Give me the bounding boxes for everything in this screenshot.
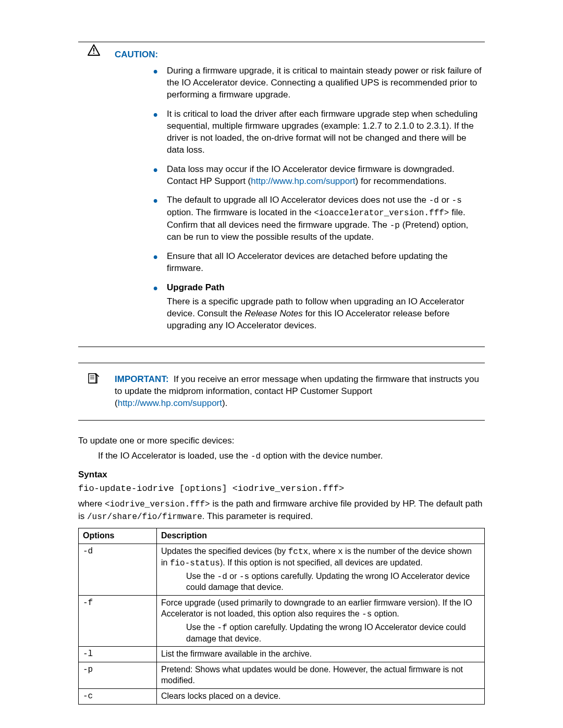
col-options: Options <box>79 528 157 544</box>
option-cell: -f <box>79 596 157 647</box>
text: ). If this option is not specified, all … <box>220 558 423 567</box>
table-row: -p Pretend: Shows what updates would be … <box>79 662 485 689</box>
table-row: -l List the firmware available in the ar… <box>79 647 485 662</box>
code-inline: <iodrive_version.fff> <box>105 500 210 509</box>
caution-label: CAUTION: <box>115 50 158 59</box>
caution-item-text: ) for recommendations. <box>356 176 447 186</box>
caution-admonition: CAUTION: During a firmware upgrade, it i… <box>78 42 485 347</box>
svg-rect-2 <box>93 53 94 54</box>
code-inline: fio-status <box>170 559 220 568</box>
syntax-command: fio-update-iodrive [options] <iodrive_ve… <box>78 483 485 495</box>
code-inline: fctx <box>288 547 308 557</box>
caution-item-text: Ensure that all IO Accelerator devices a… <box>167 251 448 273</box>
caution-item: During a firmware upgrade, it is critica… <box>167 65 485 101</box>
caution-list: During a firmware upgrade, it is critica… <box>115 65 485 332</box>
text: Use the <box>186 572 217 581</box>
code-inline: -d <box>429 196 439 205</box>
description-cell: List the firmware available in the archi… <box>157 647 485 662</box>
note-page-icon <box>88 373 99 388</box>
table-row: -c Clears locks placed on a device. <box>79 688 485 704</box>
code-inline: -d <box>251 452 261 461</box>
description-cell: Pretend: Shows what updates would be don… <box>157 662 485 689</box>
code-inline: /usr/share/fio/firmware <box>87 512 202 522</box>
text: Updates the specified devices (by <box>161 547 288 556</box>
text: where <box>78 499 105 509</box>
caution-item: The default to upgrade all IO Accelerato… <box>167 194 485 243</box>
important-admonition: IMPORTANT: If you receive an error messa… <box>78 363 485 421</box>
text: , where <box>308 547 338 556</box>
caution-item: It is critical to load the driver after … <box>167 108 485 156</box>
option-cell: -l <box>79 647 157 662</box>
svg-rect-1 <box>93 48 94 52</box>
col-description: Description <box>157 528 485 544</box>
upgrade-path-heading: Upgrade Path <box>167 282 485 294</box>
caution-item-text: The default to upgrade all IO Accelerato… <box>167 195 429 205</box>
code-inline: -s <box>362 610 372 619</box>
caution-item-text: During a firmware upgrade, it is critica… <box>167 66 482 100</box>
document-page: CAUTION: During a firmware upgrade, it i… <box>0 0 563 728</box>
option-cell: -c <box>79 688 157 704</box>
caution-item-text: option. The firmware is located in the <box>167 207 314 217</box>
cell-note: Use the -d or -s options carefully. Upda… <box>161 571 480 594</box>
option-cell: -p <box>79 662 157 689</box>
table-row: -f Force upgrade (used primarily to down… <box>79 596 485 647</box>
caution-item: Upgrade Path There is a specific upgrade… <box>167 282 485 332</box>
code-inline: x <box>338 547 343 557</box>
caution-item-text: It is critical to load the driver after … <box>167 109 478 155</box>
text: option with the device number. <box>261 451 383 461</box>
text: If the IO Accelerator is loaded, use the <box>98 451 251 461</box>
caution-triangle-icon <box>88 44 100 58</box>
caution-item: Data loss may occur if the IO Accelerato… <box>167 164 485 188</box>
description-cell: Updates the specified devices (by fctx, … <box>157 544 485 596</box>
code-inline: <ioaccelerator_version.fff> <box>314 208 449 218</box>
caution-item-text: or <box>439 195 452 205</box>
release-notes-em: Release Notes <box>244 309 303 318</box>
caution-item: Ensure that all IO Accelerator devices a… <box>167 251 485 275</box>
important-text: ). <box>222 398 227 408</box>
svg-rect-3 <box>89 374 96 383</box>
text: option carefully. Updating the wrong IO … <box>186 623 466 643</box>
options-table: Options Description -d Updates the speci… <box>78 528 485 704</box>
text: . This parameter is required. <box>202 511 313 521</box>
body-paragraph: To update one or more specific devices: <box>78 435 485 447</box>
table-header-row: Options Description <box>79 528 485 544</box>
text: Force upgrade (used primarily to downgra… <box>161 598 472 618</box>
upgrade-path-text: There is a specific upgrade path to foll… <box>167 296 485 332</box>
code-inline: -d <box>217 572 227 582</box>
code-inline: -f <box>217 623 227 633</box>
text: option. <box>372 609 399 618</box>
hp-support-link[interactable]: http://www.hp.com/support <box>251 176 355 186</box>
table-row: -d Updates the specified devices (by fct… <box>79 544 485 596</box>
important-label: IMPORTANT: <box>115 374 169 384</box>
description-cell: Force upgrade (used primarily to downgra… <box>157 596 485 647</box>
hp-support-link[interactable]: http://www.hp.com/support <box>118 398 222 408</box>
text: or <box>227 572 239 581</box>
syntax-heading: Syntax <box>78 470 485 480</box>
code-inline: -s <box>452 196 462 205</box>
text: Use the <box>186 623 217 632</box>
cell-note: Use the -f option carefully. Updating th… <box>161 622 480 645</box>
option-cell: -d <box>79 544 157 596</box>
description-cell: Clears locks placed on a device. <box>157 688 485 704</box>
code-inline: -s <box>239 572 249 582</box>
body-paragraph-indent: If the IO Accelerator is loaded, use the… <box>98 450 485 463</box>
code-inline: -p <box>390 221 400 230</box>
where-paragraph: where <iodrive_version.fff> is the path … <box>78 498 485 523</box>
